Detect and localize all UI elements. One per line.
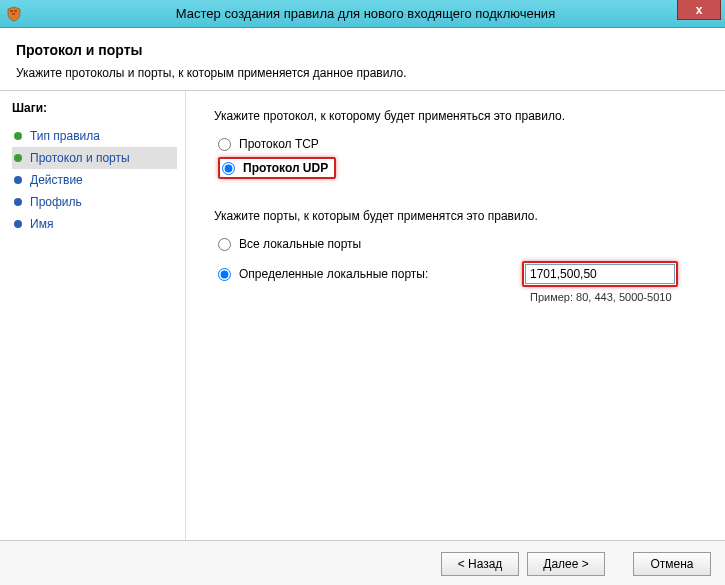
port-input-highlight — [522, 261, 678, 287]
step-profile[interactable]: Профиль — [12, 191, 177, 213]
wizard-content: Укажите протокол, к которому будет приме… — [186, 91, 725, 540]
step-protocol-ports[interactable]: Протокол и порты — [12, 147, 177, 169]
next-button[interactable]: Далее > — [527, 552, 605, 576]
protocol-instruction: Укажите протокол, к которому будет приме… — [214, 109, 703, 123]
protocol-udp-radio[interactable] — [222, 162, 235, 175]
wizard-footer: < Назад Далее > Отмена — [0, 540, 725, 585]
steps-heading: Шаги: — [12, 101, 177, 115]
bullet-icon — [14, 198, 22, 206]
protocol-udp-option[interactable]: Протокол UDP — [218, 157, 703, 179]
wizard-header: Протокол и порты Укажите протоколы и пор… — [0, 28, 725, 91]
step-label: Тип правила — [30, 129, 100, 143]
protocol-tcp-option[interactable]: Протокол TCP — [218, 137, 703, 151]
udp-highlight: Протокол UDP — [218, 157, 336, 179]
port-example-text: Пример: 80, 443, 5000-5010 — [530, 291, 703, 303]
ports-instruction: Укажите порты, к которым будет применятс… — [214, 209, 703, 223]
step-action[interactable]: Действие — [12, 169, 177, 191]
back-button[interactable]: < Назад — [441, 552, 519, 576]
step-rule-type[interactable]: Тип правила — [12, 125, 177, 147]
close-button[interactable]: x — [677, 0, 721, 20]
window-title: Мастер создания правила для нового входя… — [6, 6, 725, 21]
all-ports-radio[interactable] — [218, 238, 231, 251]
protocol-tcp-radio[interactable] — [218, 138, 231, 151]
bullet-icon — [14, 154, 22, 162]
bullet-icon — [14, 220, 22, 228]
specific-ports-option[interactable]: Определенные локальные порты: — [214, 261, 703, 287]
protocol-udp-label: Протокол UDP — [243, 161, 328, 175]
close-icon: x — [696, 3, 703, 17]
page-subtitle: Укажите протоколы и порты, к которым при… — [16, 66, 709, 80]
all-ports-label: Все локальные порты — [239, 237, 361, 251]
bullet-icon — [14, 132, 22, 140]
bullet-icon — [14, 176, 22, 184]
specific-ports-label: Определенные локальные порты: — [239, 267, 428, 281]
port-input[interactable] — [525, 264, 675, 284]
cancel-button[interactable]: Отмена — [633, 552, 711, 576]
step-label: Действие — [30, 173, 83, 187]
title-bar: Мастер создания правила для нового входя… — [0, 0, 725, 28]
all-ports-option[interactable]: Все локальные порты — [218, 237, 703, 251]
protocol-tcp-label: Протокол TCP — [239, 137, 319, 151]
page-title: Протокол и порты — [16, 42, 709, 58]
specific-ports-radio[interactable] — [218, 268, 231, 281]
step-label: Профиль — [30, 195, 82, 209]
step-label: Протокол и порты — [30, 151, 130, 165]
steps-sidebar: Шаги: Тип правила Протокол и порты Дейст… — [0, 91, 186, 540]
step-name[interactable]: Имя — [12, 213, 177, 235]
step-label: Имя — [30, 217, 53, 231]
